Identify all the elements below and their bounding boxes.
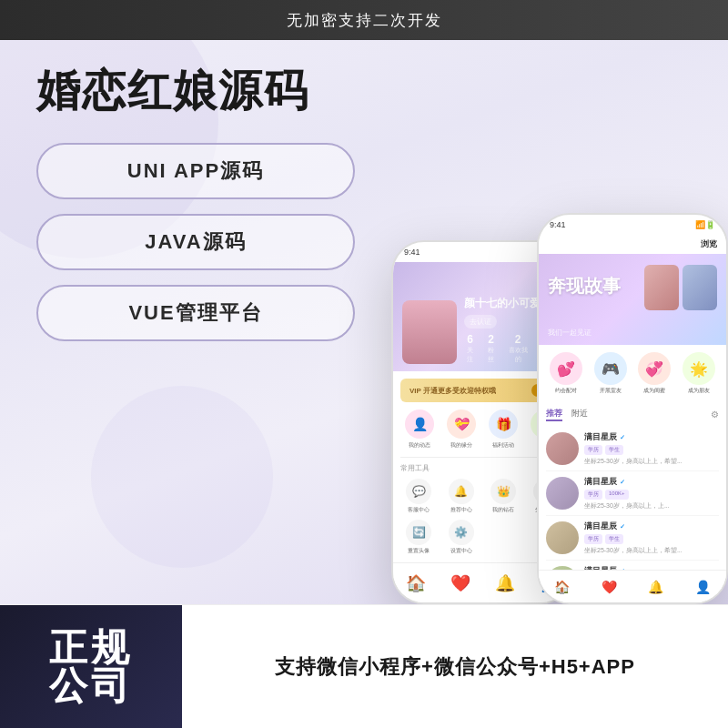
action-btn[interactable]: 💕 约会配对 <box>546 352 587 395</box>
tool-icon: 🔄 <box>406 520 431 545</box>
left-panel: 婚恋红娘源码 UNI APP源码 JAVA源码 VUE管理平台 <box>0 40 382 604</box>
nav-icon[interactable]: 👤 <box>695 580 711 594</box>
tool-icon: 👑 <box>490 479 516 504</box>
bottom-right: 支持微信小程序+微信公众号+H5+APP <box>182 653 728 681</box>
story-title: 奔现故事 <box>548 274 621 298</box>
icon-circle: 👤 <box>405 410 434 439</box>
nav-icon[interactable]: ❤️ <box>450 573 470 593</box>
feature-pill-uni: UNI APP源码 <box>36 143 355 199</box>
phone-right-nav: 🏠❤️🔔👤 <box>539 570 726 602</box>
list-item-avatar <box>546 521 579 554</box>
tool-icon: 🔔 <box>449 479 474 504</box>
list-item-info: 满目星辰 ✓ 学历100K+ 坐标25-30岁，身高以上，上... <box>584 476 719 511</box>
feature-pill-vue: VUE管理平台 <box>36 285 355 341</box>
list-item-name: 满目星辰 ✓ <box>584 476 719 488</box>
action-btn[interactable]: 🎮 开黑室友 <box>591 352 632 395</box>
action-btn[interactable]: 💞 成为闺蜜 <box>634 352 675 395</box>
phone-right-top-nav: 浏览 <box>539 235 726 254</box>
story-title-row: 奔现故事 <box>548 261 717 310</box>
icon-circle: 🎁 <box>489 410 518 439</box>
feature-label-java: JAVA源码 <box>145 228 246 256</box>
tool-item[interactable]: 🔔 推荐中心 <box>443 479 480 514</box>
story-subtitle: 我们一起见证 <box>548 328 592 338</box>
tool-item[interactable]: 💬 客服中心 <box>400 479 438 514</box>
nav-icon[interactable]: 🏠 <box>406 573 426 593</box>
list-item-tags: 学历学生 <box>584 534 719 544</box>
follow-count: 6 关注 <box>464 333 476 364</box>
action-btn-circle: 🎮 <box>594 352 627 385</box>
list-item[interactable]: 满目星辰 ✓ 学历学生 坐标25-30岁，身高以上上，希望... <box>546 516 719 561</box>
tool-item[interactable]: 👑 我的钻石 <box>485 479 522 514</box>
tool-item[interactable]: 🔄 重置头像 <box>400 520 438 555</box>
verified-badge: ✓ <box>620 479 625 486</box>
list-item-desc: 坐标25-30岁，身高以上上，希望... <box>584 457 693 466</box>
list-item-avatar <box>546 477 579 510</box>
list-tag: 学历 <box>584 445 602 455</box>
story-photo-2 <box>682 265 717 310</box>
edit-profile-btn[interactable]: 去认证 <box>464 315 497 329</box>
list-item-tags: 学历学生 <box>584 445 719 455</box>
icon-grid-item[interactable]: 👤 我的动态 <box>400 410 439 450</box>
tool-icon: ⚙️ <box>449 520 474 545</box>
list-item[interactable]: 满目星辰 ✓ 学历学生 坐标25-30岁，身高以上上，希望... <box>546 427 719 471</box>
feature-label-vue: VUE管理平台 <box>128 299 262 327</box>
tool-item[interactable]: ⚙️ 设置中心 <box>443 520 480 555</box>
phone-right: 9:41 📶🔋 浏览 奔现故事 我们一起见证 💕 <box>537 213 728 604</box>
icon-grid-item[interactable]: 🎁 福利活动 <box>484 410 522 450</box>
list-header: 推荐 附近 ⚙ <box>546 408 719 421</box>
top-banner: 无加密支持二次开发 <box>0 0 728 40</box>
main-title: 婚恋红娘源码 <box>36 67 355 116</box>
action-btn[interactable]: 🌟 成为朋友 <box>679 352 720 395</box>
list-item[interactable]: 满目星辰 ✓ 学历100K+ 坐标25-30岁，身高以上，上... <box>546 471 719 516</box>
action-btn-label: 约会配对 <box>555 387 577 395</box>
list-item-desc: 坐标25-30岁，身高以上，上... <box>584 501 693 511</box>
icon-circle: 💝 <box>447 410 476 439</box>
action-row: 💕 约会配对 🎮 开黑室友 💞 成为闺蜜 🌟 成为朋友 <box>539 345 726 402</box>
action-btn-label: 开黑室友 <box>600 387 622 395</box>
tab-recommend[interactable]: 推荐 <box>546 408 562 421</box>
icon-label: 我的缘分 <box>450 441 472 450</box>
nav-icon[interactable]: 🔔 <box>495 573 515 593</box>
list-tag: 学生 <box>605 534 623 544</box>
feature-pill-java: JAVA源码 <box>36 214 355 270</box>
tool-label: 我的钻石 <box>492 506 514 514</box>
list-tag: 学历 <box>584 490 602 500</box>
verified-badge: ✓ <box>620 523 625 531</box>
list-item-info: 满目星辰 ✓ 学历学生 坐标25-30岁，身高以上上，希望... <box>584 431 719 466</box>
vip-text: VIP 开通更多受欢迎特权哦 <box>410 386 496 396</box>
bottom-left: 正规 公司 <box>0 605 182 729</box>
list-tag: 学历 <box>584 534 602 544</box>
action-btn-label: 成为朋友 <box>688 387 710 395</box>
main-section: 婚恋红娘源码 UNI APP源码 JAVA源码 VUE管理平台 9:41 📶🔋 … <box>0 40 728 604</box>
browse-label: 浏览 <box>701 238 717 250</box>
list-item-info: 满目星辰 ✓ 学历学生 坐标25-30岁，身高以上上，希望... <box>584 521 719 555</box>
profile-avatar <box>402 300 457 364</box>
tool-label: 设置中心 <box>450 547 472 555</box>
phone-right-header: 奔现故事 我们一起见证 <box>539 254 726 345</box>
list-tag: 学生 <box>605 445 623 455</box>
filter-icon[interactable]: ⚙ <box>711 410 719 420</box>
list-tabs: 推荐 附近 <box>546 408 588 421</box>
story-photos <box>644 265 717 310</box>
icon-grid-item[interactable]: 💝 我的缘分 <box>442 410 480 450</box>
nav-icon[interactable]: ❤️ <box>602 580 617 594</box>
feature-label-uni: UNI APP源码 <box>127 157 264 185</box>
nav-icon[interactable]: 🔔 <box>648 580 663 594</box>
fans-count: 2 粉丝 <box>485 333 497 364</box>
tab-nearby[interactable]: 附近 <box>571 408 588 421</box>
list-tag: 100K+ <box>605 490 629 500</box>
action-btn-circle: 💞 <box>638 352 671 385</box>
tool-label: 推荐中心 <box>450 506 472 514</box>
list-item-desc: 坐标25-30岁，身高以上上，希望... <box>584 546 693 555</box>
list-item-name: 满目星辰 ✓ <box>584 521 719 532</box>
company-label: 正规 公司 <box>49 629 133 705</box>
bottom-section: 正规 公司 支持微信小程序+微信公众号+H5+APP <box>0 604 728 728</box>
tool-icon: 💬 <box>406 479 431 504</box>
list-item-tags: 学历100K+ <box>584 490 719 500</box>
list-item-avatar <box>546 432 579 465</box>
banner-text: 无加密支持二次开发 <box>287 10 442 31</box>
action-btn-circle: 💕 <box>550 352 582 385</box>
nav-icon[interactable]: 🏠 <box>554 580 570 594</box>
support-text: 支持微信小程序+微信公众号+H5+APP <box>275 653 635 681</box>
right-panel: 9:41 📶🔋 颜十七的小可爱 去认证 6 关注 2 <box>382 40 728 604</box>
